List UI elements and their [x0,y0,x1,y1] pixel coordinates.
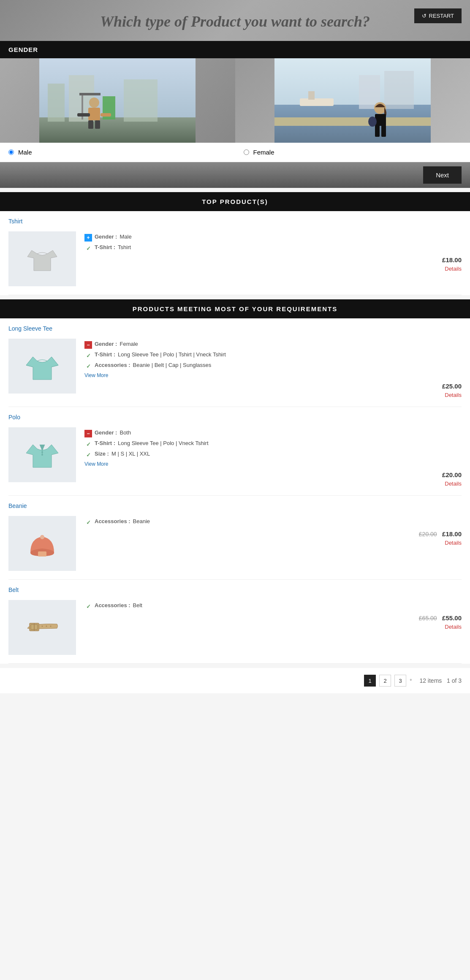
gender-option-male[interactable]: Male [0,143,235,162]
view-more-polo[interactable]: View More [84,461,462,467]
svg-rect-13 [101,113,111,117]
product-thumb-belt [8,600,76,655]
svg-rect-24 [381,125,386,137]
gender-label-female[interactable]: Female [253,149,274,156]
price-row-tshirt: £18.00 [84,256,462,264]
details-link-tshirt[interactable]: Details [84,266,462,272]
items-count: 12 [419,677,426,684]
svg-rect-4 [124,79,158,122]
svg-rect-9 [88,108,100,120]
price-tshirt: £18.00 [442,256,462,263]
svg-rect-22 [375,114,386,126]
price-polo: £20.00 [442,471,462,478]
male-image[interactable] [0,58,235,143]
details-link-belt[interactable]: Details [84,624,462,630]
product-thumb-tshirt [8,231,76,286]
price-belt: £55.00 [442,614,462,622]
details-link-beanie[interactable]: Details [84,540,462,546]
gender-bar: GENDER [0,41,470,58]
product-thumb-longsleeve [8,339,76,394]
product-link-tshirt[interactable]: Tshirt [8,211,462,227]
details-link-longsleeve[interactable]: Details [84,392,462,398]
product-link-polo[interactable]: Polo [8,407,462,423]
product-link-belt[interactable]: Belt [8,580,462,596]
female-image[interactable] [235,58,470,143]
svg-rect-18 [308,91,315,100]
page-btn-2[interactable]: 2 [379,675,391,687]
check-icon: ✓ [84,244,92,252]
svg-point-25 [368,117,377,127]
meeting-products-section: Long Sleeve Tee − Gender : Female ✓ T-Sh… [0,318,470,664]
view-more-longsleeve[interactable]: View More [84,372,462,378]
product-thumb-beanie [8,516,76,571]
svg-rect-2 [48,84,65,122]
top-products-section: Tshirt + Gender : Male ✓ T-Shirt : Tshir… [0,211,470,295]
gender-option-female[interactable]: Female [235,143,470,162]
tshirt-icon [25,242,59,276]
attr-tshirt-tshirt: ✓ T-Shirt : Tshirt [84,244,462,252]
items-pages: 1 of 3 [447,677,462,684]
polo-icon [25,438,59,472]
price-original-beanie: £20.00 [419,531,437,538]
top-products-header: TOP PRODUCT(S) [0,192,470,211]
next-button[interactable]: Next [423,166,462,184]
gender-images [0,58,470,143]
svg-point-27 [41,451,43,453]
product-item-tshirt: + Gender : Male ✓ T-Shirt : Tshirt £18.0… [8,227,462,295]
gender-label-male[interactable]: Male [18,149,32,156]
page-btn-1[interactable]: 1 [364,675,376,687]
items-word: items [428,677,442,684]
badge-minus-icon: − [84,341,92,349]
svg-rect-12 [77,113,90,117]
product-info-beanie: ✓ Accessories : Beanie £20.00 £18.00 Det… [84,516,462,571]
product-link-longsleeve[interactable]: Long Sleeve Tee [8,318,462,334]
price-longsleeve: £25.00 [442,383,462,390]
longsleeve-icon [25,349,59,383]
gender-radio-female[interactable] [244,149,249,155]
page-ellipsis: ° [410,678,412,684]
gender-options: Male Female [0,143,470,162]
product-info-polo: − Gender : Both ✓ T-Shirt : Long Sleeve … [84,427,462,487]
product-info-belt: ✓ Accessories : Belt £65.00 £55.00 Detai… [84,600,462,655]
svg-rect-20 [384,71,414,109]
product-item-belt: ✓ Accessories : Belt £65.00 £55.00 Detai… [8,596,462,664]
svg-rect-11 [95,120,100,129]
beanie-icon [25,527,59,560]
product-item-polo: − Gender : Both ✓ T-Shirt : Long Sleeve … [8,423,462,496]
product-thumb-polo [8,427,76,482]
gender-label: GENDER [8,46,38,53]
svg-point-8 [89,98,99,108]
svg-point-28 [41,454,43,456]
price-original-belt: £65.00 [419,615,437,622]
page-btn-3[interactable]: 3 [394,675,406,687]
pagination-bar: 1 2 3 ° 12 items 1 of 3 [0,668,470,693]
next-bar: Next [0,162,470,188]
svg-point-31 [40,535,44,539]
svg-rect-7 [79,93,101,95]
svg-rect-30 [38,551,46,557]
gender-radio-male[interactable] [8,149,14,155]
price-beanie: £18.00 [442,530,462,538]
restart-icon: ↺ [422,13,427,19]
product-link-beanie[interactable]: Beanie [8,496,462,512]
details-link-polo[interactable]: Details [84,480,462,487]
restart-label: RESTART [429,13,454,19]
svg-rect-17 [300,98,334,106]
items-count-label: 12 items 1 of 3 [419,677,462,684]
product-item-beanie: ✓ Accessories : Beanie £20.00 £18.00 Det… [8,512,462,580]
product-item-longsleeve: − Gender : Female ✓ T-Shirt : Long Sleev… [8,334,462,407]
hero-section: Which type of Product you want to search… [0,0,470,41]
product-info-longsleeve: − Gender : Female ✓ T-Shirt : Long Sleev… [84,339,462,398]
product-info-tshirt: + Gender : Male ✓ T-Shirt : Tshirt £18.0… [84,231,462,286]
restart-button[interactable]: ↺ RESTART [414,8,462,23]
svg-point-36 [46,626,47,627]
svg-rect-23 [375,125,380,137]
svg-point-37 [50,626,52,627]
attr-gender-tshirt: + Gender : Male [84,233,462,242]
hero-title: Which type of Product you want to search… [8,13,462,30]
svg-point-35 [42,626,43,627]
badge-plus-icon: + [84,234,92,242]
svg-rect-10 [88,120,93,129]
belt-icon [25,611,59,644]
svg-rect-16 [274,117,431,126]
